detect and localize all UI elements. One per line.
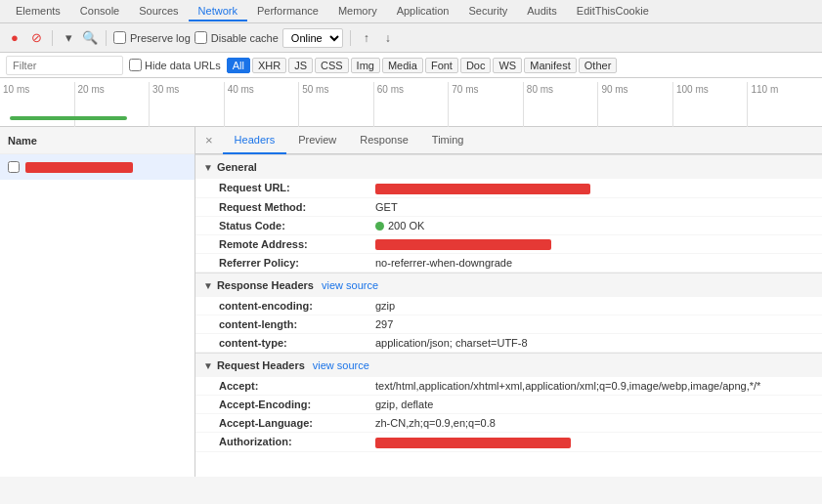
filter-img-button[interactable]: Img	[351, 58, 380, 73]
record-button[interactable]: ●	[6, 29, 23, 47]
filter-css-button[interactable]: CSS	[315, 58, 349, 73]
name-panel: Name	[0, 127, 195, 477]
tab-elements[interactable]: Elements	[6, 2, 70, 21]
tab-memory[interactable]: Memory	[328, 2, 387, 21]
hide-data-urls-text: Hide data URLs	[145, 60, 221, 71]
import-har-button[interactable]: ↑	[358, 29, 375, 47]
tick-8: 90 ms	[597, 82, 672, 127]
timeline-ruler: 10 ms 20 ms 30 ms 40 ms 50 ms 60 ms 70 m…	[0, 82, 822, 127]
filter-font-button[interactable]: Font	[425, 58, 458, 73]
tick-1: 20 ms	[74, 82, 150, 127]
tab-response[interactable]: Response	[348, 127, 420, 154]
remote-address-value	[375, 238, 814, 251]
export-har-button[interactable]: ↓	[379, 29, 397, 47]
content-type-key: content-type:	[219, 337, 375, 349]
detail-tab-bar: × Headers Preview Response Timing	[195, 127, 822, 154]
accept-language-value: zh-CN,zh;q=0.9,en;q=0.8	[375, 417, 814, 429]
filter-button[interactable]: ▾	[60, 29, 77, 47]
tick-7: 80 ms	[523, 82, 598, 127]
tab-timing[interactable]: Timing	[420, 127, 476, 154]
disable-cache-checkbox[interactable]	[195, 31, 207, 44]
redacted-name-bar	[25, 162, 133, 173]
referrer-policy-key: Referrer Policy:	[219, 257, 375, 269]
filter-input[interactable]	[6, 56, 123, 75]
filter-type-buttons: All XHR JS CSS Img Media Font Doc WS Man…	[227, 58, 618, 73]
tab-network[interactable]: Network	[189, 2, 247, 21]
remote-address-redacted	[375, 239, 551, 250]
status-code-row: Status Code: 200 OK	[195, 217, 822, 235]
accept-encoding-value: gzip, deflate	[375, 399, 814, 410]
filter-ws-button[interactable]: WS	[493, 58, 522, 73]
tab-editthiscookie[interactable]: EditThisCookie	[567, 2, 659, 21]
timeline-waterfall-bar	[10, 116, 127, 120]
tab-preview[interactable]: Preview	[286, 127, 348, 154]
authorization-row: Authorization:	[195, 433, 822, 452]
hide-data-urls-checkbox[interactable]	[129, 59, 142, 71]
stop-button[interactable]: ⊘	[27, 29, 45, 47]
preserve-log-checkbox[interactable]	[113, 31, 126, 44]
tab-sources[interactable]: Sources	[129, 2, 188, 21]
authorization-redacted	[375, 438, 571, 448]
filter-all-button[interactable]: All	[227, 58, 250, 73]
filter-doc-button[interactable]: Doc	[460, 58, 492, 73]
tick-3: 40 ms	[224, 82, 299, 127]
request-headers-view-source[interactable]: view source	[313, 359, 369, 371]
filter-bar: Hide data URLs All XHR JS CSS Img Media …	[0, 53, 822, 78]
request-method-key: Request Method:	[219, 201, 375, 213]
filter-media-button[interactable]: Media	[382, 58, 423, 73]
filter-js-button[interactable]: JS	[288, 58, 313, 73]
main-content: Name × Headers Preview Response Timing ▼…	[0, 127, 822, 477]
preserve-log-checkbox-label[interactable]: Preserve log	[113, 31, 191, 44]
tab-application[interactable]: Application	[387, 2, 459, 21]
throttle-select[interactable]: Online	[282, 28, 343, 48]
status-code-key: Status Code:	[219, 220, 375, 231]
general-arrow-icon: ▼	[203, 162, 213, 173]
filter-xhr-button[interactable]: XHR	[252, 58, 286, 73]
tick-10: 110 m	[747, 82, 822, 127]
response-headers-title: Response Headers	[217, 279, 314, 291]
content-type-value: application/json; charset=UTF-8	[375, 337, 814, 349]
tab-console[interactable]: Console	[70, 2, 129, 21]
request-method-row: Request Method: GET	[195, 198, 822, 217]
request-url-row: Request URL:	[195, 179, 822, 198]
content-type-row: content-type: application/json; charset=…	[195, 334, 822, 353]
disable-cache-checkbox-label[interactable]: Disable cache	[195, 31, 279, 44]
content-encoding-value: gzip	[375, 300, 814, 312]
tick-9: 100 ms	[672, 82, 748, 127]
authorization-key: Authorization:	[219, 436, 375, 447]
accept-language-key: Accept-Language:	[219, 417, 375, 429]
referrer-policy-value: no-referrer-when-downgrade	[375, 257, 814, 269]
name-column-header: Name	[0, 127, 195, 154]
tab-audits[interactable]: Audits	[517, 2, 567, 21]
tab-performance[interactable]: Performance	[247, 2, 328, 21]
accept-encoding-key: Accept-Encoding:	[219, 399, 375, 410]
list-item-0[interactable]	[0, 154, 195, 180]
response-headers-view-source[interactable]: view source	[322, 279, 378, 291]
search-button[interactable]: 🔍	[81, 29, 99, 47]
tab-headers[interactable]: Headers	[223, 127, 287, 154]
general-section-header[interactable]: ▼ General	[195, 154, 822, 179]
detail-close-button[interactable]: ×	[199, 131, 219, 149]
filter-other-button[interactable]: Other	[579, 58, 618, 73]
status-code-value: 200 OK	[375, 220, 814, 231]
accept-language-row: Accept-Language: zh-CN,zh;q=0.9,en;q=0.8	[195, 414, 822, 433]
content-encoding-row: content-encoding: gzip	[195, 297, 822, 315]
list-item-checkbox-0[interactable]	[8, 161, 20, 173]
remote-address-key: Remote Address:	[219, 238, 375, 250]
accept-value: text/html,application/xhtml+xml,applicat…	[375, 380, 814, 392]
request-headers-arrow-icon: ▼	[203, 360, 213, 371]
network-toolbar: ● ⊘ ▾ 🔍 Preserve log Disable cache Onlin…	[0, 23, 822, 53]
request-headers-section-header[interactable]: ▼ Request Headers view source	[195, 353, 822, 377]
tab-security[interactable]: Security	[458, 2, 517, 21]
filter-manifest-button[interactable]: Manifest	[524, 58, 577, 73]
response-headers-section-header[interactable]: ▼ Response Headers view source	[195, 273, 822, 297]
response-headers-arrow-icon: ▼	[203, 280, 213, 291]
preserve-log-label: Preserve log	[130, 32, 191, 44]
content-length-value: 297	[375, 318, 814, 330]
accept-row: Accept: text/html,application/xhtml+xml,…	[195, 377, 822, 396]
hide-data-urls-label[interactable]: Hide data URLs	[129, 59, 221, 71]
request-url-key: Request URL:	[219, 182, 375, 193]
tick-6: 70 ms	[448, 82, 523, 127]
content-length-row: content-length: 297	[195, 315, 822, 334]
accept-encoding-row: Accept-Encoding: gzip, deflate	[195, 396, 822, 414]
